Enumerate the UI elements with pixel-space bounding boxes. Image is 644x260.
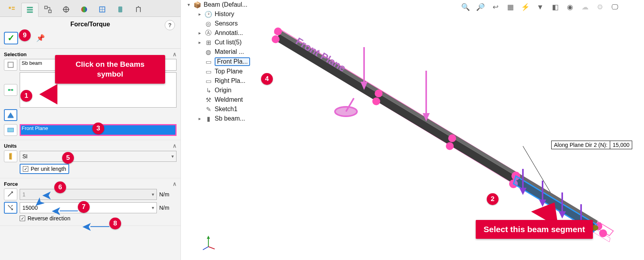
collapse-selection[interactable]: ∧: [173, 51, 177, 57]
units-header: Units: [4, 143, 17, 149]
svg-line-63: [208, 247, 215, 249]
per-unit-length-label: Per unit length: [31, 166, 66, 172]
annotation-badge-5: 5: [62, 152, 74, 164]
units-dropdown[interactable]: SI▾: [20, 151, 177, 162]
svg-rect-6: [45, 6, 48, 9]
svg-rect-2: [12, 9, 15, 10]
svg-rect-3: [27, 7, 33, 8]
graphics-area[interactable]: 🔍 🔎 ↩ ▦ ⚡ ▼ ◧ ◉ ☁ ⚙ 🖵 ▾ 📦 Beam (Defaul..…: [181, 0, 644, 260]
collapse-units[interactable]: ∧: [173, 143, 177, 149]
force-header: Force: [4, 181, 18, 187]
svg-marker-62: [207, 236, 210, 239]
tab-study-1[interactable]: [94, 2, 111, 16]
force-indicator-tooltip: Along Plane Dir 2 (N): 15,000: [551, 141, 632, 149]
annotation-badge-1: 1: [20, 90, 32, 102]
annotation-badge-9: 9: [19, 29, 31, 41]
pin-button[interactable]: 📌: [36, 34, 45, 42]
force-dir1-unit: N/m: [159, 191, 177, 198]
tab-display-manager[interactable]: [75, 2, 93, 16]
force-indicator-label: Along Plane Dir 2 (N):: [552, 141, 610, 149]
svg-rect-5: [27, 11, 33, 13]
svg-rect-23: [8, 128, 14, 132]
collapse-force[interactable]: ∧: [173, 181, 177, 187]
svg-point-35: [272, 35, 280, 43]
svg-marker-52: [521, 189, 525, 193]
svg-point-34: [274, 27, 282, 35]
force-dir1-icon[interactable]: [4, 189, 17, 200]
tab-configuration-manager[interactable]: [39, 2, 57, 16]
svg-point-13: [81, 7, 87, 13]
force-indicator-value: 15,000: [610, 141, 632, 149]
callout-beams-tail: [39, 84, 57, 104]
select-joints-button[interactable]: [4, 59, 17, 71]
force-dir1-value: 1: [22, 191, 26, 198]
annotation-badge-8: 8: [109, 218, 121, 229]
svg-rect-24: [9, 153, 12, 160]
force-dir2-value: 15000: [22, 205, 38, 211]
units-value: SI: [22, 153, 28, 159]
svg-rect-1: [12, 7, 15, 8]
svg-point-37: [372, 97, 380, 105]
callout-beams-symbol: Click on the Beams symbol: [55, 55, 165, 84]
select-beams-button[interactable]: [4, 109, 17, 121]
force-dir1-input[interactable]: 1▾: [20, 189, 157, 200]
annotation-badge-7: 7: [78, 201, 90, 213]
annotation-badge-3: 3: [92, 123, 104, 134]
tab-study-3[interactable]: [130, 2, 147, 16]
ok-button[interactable]: ✓: [4, 32, 18, 44]
reverse-direction-checkbox[interactable]: ✓ Reverse direction: [20, 215, 70, 222]
callout-select-segment: Select this beam segment: [476, 220, 593, 239]
svg-point-39: [446, 142, 454, 150]
property-manager-panel: Force/Torque ? ✓ 9 📌 Selection∧ Sb beam: [0, 0, 181, 260]
tab-dimxpert[interactable]: [57, 2, 75, 16]
svg-point-43: [599, 229, 607, 237]
svg-rect-7: [49, 10, 52, 13]
selection-header: Selection: [4, 51, 27, 57]
svg-rect-22: [8, 117, 14, 118]
panel-title: Force/Torque: [70, 21, 110, 28]
origin-triad-icon: [201, 235, 216, 251]
force-dir2-unit: N/m: [159, 205, 177, 211]
tab-feature-manager[interactable]: [3, 2, 20, 16]
svg-point-36: [375, 90, 383, 97]
select-other-button[interactable]: [4, 84, 17, 96]
annotation-badge-4: 4: [261, 73, 273, 85]
svg-rect-0: [9, 7, 11, 9]
annotation-badge-2: 2: [487, 193, 499, 205]
annotation-badge-6: 6: [54, 181, 66, 193]
units-icon: [4, 150, 17, 162]
help-button[interactable]: ?: [165, 20, 175, 30]
panel-tabbar: [0, 0, 180, 17]
svg-line-64: [203, 247, 208, 250]
tab-study-2[interactable]: [112, 2, 129, 16]
per-unit-length-checkbox[interactable]: ✓ Per unit length: [20, 164, 69, 174]
reference-plane-icon[interactable]: [4, 124, 17, 136]
svg-rect-18: [8, 62, 13, 67]
tab-property-manager[interactable]: [21, 3, 39, 17]
force-dir2-icon[interactable]: [4, 202, 17, 214]
svg-rect-4: [27, 9, 33, 10]
reverse-direction-label: Reverse direction: [28, 215, 70, 222]
svg-point-38: [448, 134, 456, 142]
svg-rect-17: [118, 7, 122, 13]
